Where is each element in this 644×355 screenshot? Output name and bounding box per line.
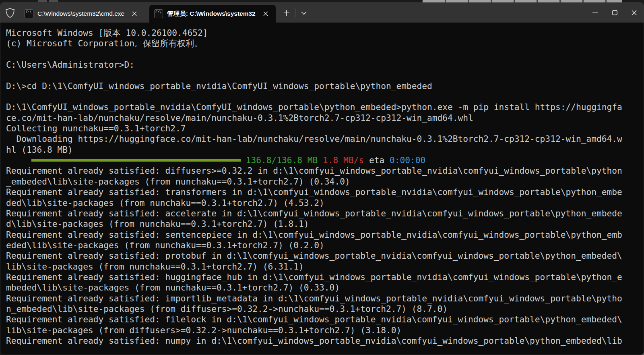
terminal-line: Requirement already satisfied: protobuf … xyxy=(6,251,644,261)
terminal-line: Requirement already satisfied: sentencep… xyxy=(6,230,644,240)
chevron-down-icon[interactable] xyxy=(297,6,311,20)
terminal-line: lib\site-packages (from diffusers>=0.32.… xyxy=(6,325,644,336)
window-controls xyxy=(586,3,644,23)
background-window-sliver-left-b xyxy=(49,0,58,2)
terminal-line: D:\>cd D:\1\ComfyUI_windows_portable_nvi… xyxy=(6,81,644,91)
terminal-line: mbeded\lib\site-packages (from nunchaku=… xyxy=(6,282,644,293)
terminal-line: Requirement already satisfied: transform… xyxy=(6,187,644,197)
tab-0[interactable]: C:\_C:\Windows\system32\cmd.exe xyxy=(20,5,144,23)
terminal-line: C:\Users\Administrator>D: xyxy=(6,60,644,70)
terminal-line: Requirement already satisfied: huggingfa… xyxy=(6,272,644,282)
admin-shield-icon xyxy=(0,3,20,23)
tab-strip: C:\_C:\Windows\system32\cmd.exeC:\_管理员: … xyxy=(20,3,276,23)
terminal-line: Downloading https://huggingface.co/mit-h… xyxy=(6,134,644,144)
terminal-line: ce.co/mit-han-lab/nunchaku/resolve/main/… xyxy=(6,113,644,123)
terminal-line: lib\site-packages (from nunchaku==0.3.1+… xyxy=(6,262,644,272)
terminal-line: d\lib\site-packages (from nunchaku==0.3.… xyxy=(6,219,644,229)
close-icon[interactable] xyxy=(128,8,140,20)
terminal-line: Requirement already satisfied: filelock … xyxy=(6,314,644,325)
terminal-line: Requirement already satisfied: importlib… xyxy=(6,293,644,304)
terminal-line: n_embeded\lib\site-packages (from diffus… xyxy=(6,304,644,314)
terminal-line: Requirement already satisfied: numpy in … xyxy=(6,336,644,346)
new-tab-plus-icon[interactable] xyxy=(280,6,293,20)
maximize-button[interactable] xyxy=(605,3,624,23)
close-icon[interactable] xyxy=(260,8,272,20)
terminal-line: _embeded\lib\site-packages (from nunchak… xyxy=(6,176,644,187)
progress-eta-label: eta xyxy=(364,155,384,165)
terminal-line: Microsoft Windows [版本 10.0.26100.4652] xyxy=(6,28,644,38)
terminal-line xyxy=(6,49,644,60)
toolbar-separator xyxy=(295,8,295,17)
title-bar-drag-area[interactable] xyxy=(311,3,586,23)
close-button[interactable] xyxy=(624,3,644,23)
tab-active[interactable]: C:\_管理员: C:\Windows\system32 xyxy=(149,5,275,23)
cmd-icon: C:\_ xyxy=(154,9,163,18)
progress-eta-value: 0:00:00 xyxy=(384,155,425,165)
terminal-line: eded\lib\site-packages (from nunchaku==0… xyxy=(6,240,644,251)
terminal-line: Requirement already satisfied: diffusers… xyxy=(6,166,644,176)
terminal-line: (c) Microsoft Corporation。保留所有权利。 xyxy=(6,38,644,49)
terminal-line: hl (136.8 MB) xyxy=(6,145,644,155)
minimize-button[interactable] xyxy=(586,3,605,23)
terminal-line xyxy=(6,91,644,102)
terminal-line: Collecting nunchaku==0.3.1+torch2.7 xyxy=(6,123,644,134)
terminal-output[interactable]: Microsoft Windows [版本 10.0.26100.4652](c… xyxy=(0,23,644,355)
progress-bar xyxy=(31,159,241,162)
pip-progress-line: 136.8/136.8 MB 1.8 MB/s eta 0:00:00 xyxy=(6,155,644,166)
tab-label: 管理员: C:\Windows\system32 xyxy=(167,10,255,18)
background-window-sliver-left-a xyxy=(38,0,47,2)
progress-speed: 1.8 MB/s xyxy=(318,155,364,165)
terminal-line xyxy=(6,70,644,81)
tab-label: C:\Windows\system32\cmd.exe xyxy=(37,10,124,17)
terminal-line: ded\lib\site-packages (from nunchaku==0.… xyxy=(6,198,644,208)
progress-downloaded: 136.8/136.8 MB xyxy=(241,155,318,165)
title-bar[interactable]: C:\_C:\Windows\system32\cmd.exeC:\_管理员: … xyxy=(0,3,644,23)
terminal-window: C:\_C:\Windows\system32\cmd.exeC:\_管理员: … xyxy=(0,2,644,355)
cmd-icon: C:\_ xyxy=(25,9,33,18)
terminal-line: Requirement already satisfied: accelerat… xyxy=(6,208,644,219)
terminal-line: D:\1\ComfyUI_windows_portable_nvidia\Com… xyxy=(6,102,644,112)
